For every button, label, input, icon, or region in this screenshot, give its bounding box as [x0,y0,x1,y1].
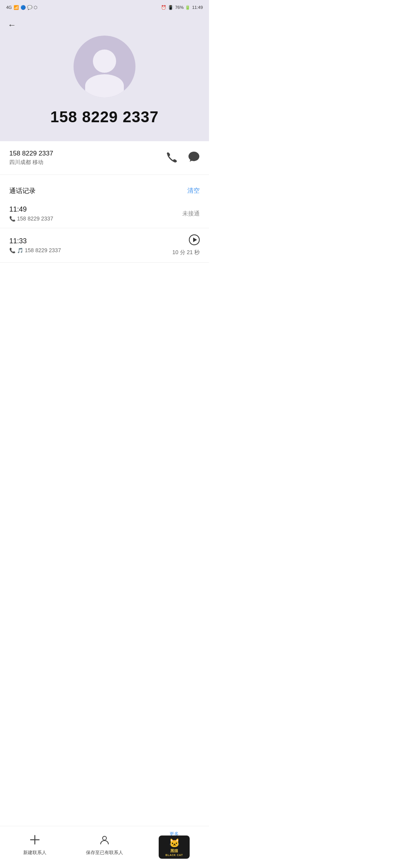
vibrate-icon: 📳 [168,5,173,10]
hero-phone-number: 158 8229 2337 [50,108,159,126]
call-time-2: 11:33 [9,237,61,245]
svg-marker-1 [193,238,197,242]
call-detail-2: 📞 🎵 158 8229 2337 [9,247,61,253]
contact-info: 158 8229 2337 四川成都 移动 [9,150,53,166]
recording-icon: 🎵 [17,248,23,253]
status-bar: 4G 📶 🔵 💬 ⬡ ⏰ 📳 76% 🔋 11:49 [0,0,209,14]
wifi-icon: 📶 [14,5,19,10]
contact-phone-number: 158 8229 2337 [9,150,53,157]
missed-label-1: 未接通 [182,210,200,217]
avatar-silhouette [74,36,135,97]
call-detail-1: 📞 158 8229 2337 [9,215,53,222]
hero-section: ← 158 8229 2337 [0,14,209,141]
status-right: ⏰ 📳 76% 🔋 11:49 [161,5,203,10]
call-log-item-1: 11:49 📞 158 8229 2337 未接通 [0,199,209,228]
call-log-item-2: 11:33 📞 🎵 158 8229 2337 10 分 21 秒 [0,228,209,263]
battery-text: 76% [175,5,183,10]
call-log-title: 通话记录 [9,186,36,195]
notification-icons: 🔵 💬 ⬡ [21,5,38,10]
contact-section: 158 8229 2337 四川成都 移动 [0,141,209,175]
avatar-body [85,74,124,97]
contact-actions [166,151,200,165]
play-recording-button[interactable] [189,234,200,248]
call-item-left-1: 11:49 📞 158 8229 2337 [9,205,53,222]
back-button[interactable]: ← [8,20,16,30]
call-time-1: 11:49 [9,205,53,214]
call-duration-2: 10 分 21 秒 [172,249,200,256]
call-item-right-1: 未接通 [182,210,200,217]
avatar-head [93,50,116,73]
incoming-call-icon-1: 📞 [9,216,15,222]
call-item-right-2: 10 分 21 秒 [172,234,200,256]
call-action-button[interactable] [166,151,177,165]
battery-icon: 🔋 [185,5,190,10]
avatar [74,36,135,97]
incoming-call-icon-2: 📞 [9,248,15,253]
clear-button[interactable]: 清空 [187,187,200,195]
signal-icon: 4G [6,5,12,10]
call-log-section: 通话记录 清空 11:49 📞 158 8229 2337 未接通 11:33 … [0,179,209,263]
call-log-header: 通话记录 清空 [0,179,209,199]
status-left: 4G 📶 🔵 💬 ⬡ [6,5,38,10]
message-action-button[interactable] [188,151,200,165]
alarm-icon: ⏰ [161,5,166,10]
contact-location: 四川成都 移动 [9,159,53,166]
call-item-left-2: 11:33 📞 🎵 158 8229 2337 [9,237,61,253]
time-display: 11:49 [192,5,203,10]
